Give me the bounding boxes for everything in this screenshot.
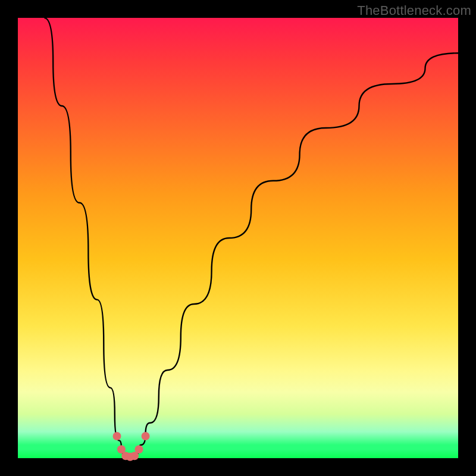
highlight-dot <box>135 445 143 453</box>
chart-frame: TheBottleneck.com <box>0 0 476 476</box>
watermark-text: TheBottleneck.com <box>357 3 471 18</box>
highlight-dot <box>142 432 150 440</box>
curve-layer <box>18 18 458 458</box>
highlight-dots <box>113 432 150 461</box>
highlight-dot <box>113 432 121 440</box>
bottleneck-curve <box>44 18 458 458</box>
